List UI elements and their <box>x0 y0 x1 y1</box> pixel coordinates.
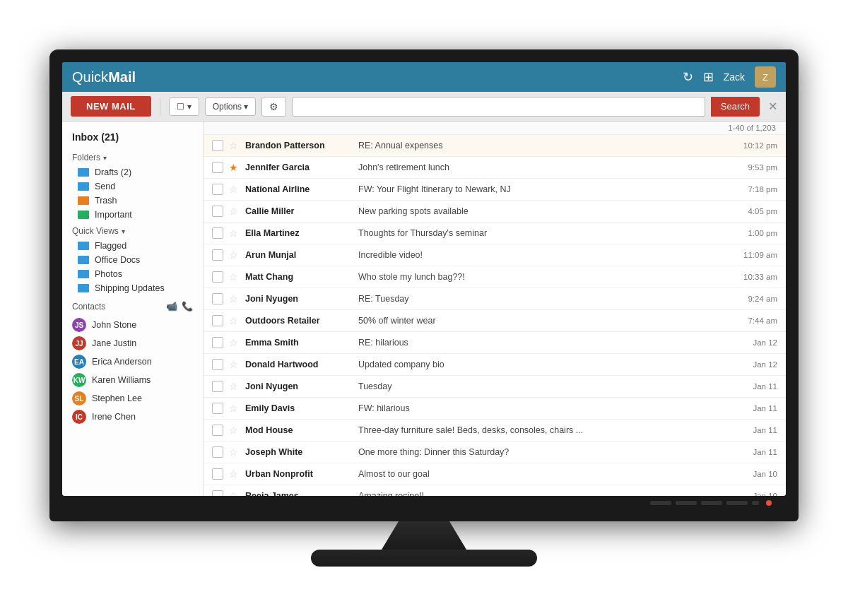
star-icon[interactable]: ☆ <box>229 271 238 283</box>
email-checkbox[interactable] <box>212 337 223 348</box>
sidebar-item-office-docs[interactable]: Office Docs <box>62 253 203 267</box>
table-row[interactable]: ☆ Callie Miller New parking spots availa… <box>204 201 786 223</box>
star-icon[interactable]: ☆ <box>229 490 238 496</box>
phone-icon[interactable]: 📞 <box>182 301 193 312</box>
star-icon[interactable]: ☆ <box>229 249 238 261</box>
table-row[interactable]: ☆ Joni Nyugen Tuesday Jan 11 <box>204 376 786 398</box>
email-subject: RE: Annual expenses <box>358 141 735 150</box>
table-row[interactable]: ☆ Emily Davis FW: hilarious Jan 11 <box>204 398 786 420</box>
contact-name: Irene Chen <box>92 412 136 422</box>
contact-jane-justin[interactable]: JJ Jane Justin <box>72 334 193 353</box>
contacts-label: Contacts <box>72 302 105 312</box>
email-checkbox[interactable] <box>212 162 223 173</box>
avatar: JS <box>72 318 86 332</box>
sidebar-item-shipping-updates[interactable]: Shipping Updates <box>62 281 203 295</box>
header-right: ↻ ⊞ Zack Z <box>683 66 776 88</box>
table-row[interactable]: ☆ Reeja James Amazing recipe!! Jan 10 <box>204 485 786 496</box>
table-row[interactable]: ☆ Donald Hartwood Updated company bio Ja… <box>204 354 786 376</box>
select-button[interactable]: ☐ ▾ <box>169 97 199 116</box>
email-checkbox[interactable] <box>212 359 223 370</box>
email-checkbox[interactable] <box>212 271 223 283</box>
star-icon[interactable]: ☆ <box>229 468 238 480</box>
email-sender: Emily Davis <box>245 403 358 413</box>
email-checkbox[interactable] <box>212 206 223 217</box>
quick-views-section-title[interactable]: Quick Views ▾ <box>62 222 203 239</box>
email-checkbox[interactable] <box>212 140 223 151</box>
star-icon[interactable]: ☆ <box>229 359 238 370</box>
contact-karen-williams[interactable]: KW Karen Williams <box>72 371 193 389</box>
sidebar-item-drafts[interactable]: Drafts (2) <box>62 165 203 179</box>
email-checkbox[interactable] <box>212 403 223 414</box>
email-sender: Matt Chang <box>245 272 358 282</box>
star-icon[interactable]: ☆ <box>229 315 238 326</box>
table-row[interactable]: ☆ Joni Nyugen RE: Tuesday 9:24 am <box>204 288 786 310</box>
table-row[interactable]: ☆ Joseph White One more thing: Dinner th… <box>204 442 786 463</box>
star-icon[interactable]: ☆ <box>229 206 238 217</box>
email-checkbox[interactable] <box>212 468 223 480</box>
table-row[interactable]: ☆ Brandon Patterson RE: Annual expenses … <box>204 135 786 157</box>
sidebar-item-trash[interactable]: Trash <box>62 194 203 208</box>
sidebar-item-flagged[interactable]: Flagged <box>62 239 203 253</box>
sidebar-item-send[interactable]: Send <box>62 179 203 194</box>
new-mail-button[interactable]: NEW MAIL <box>71 96 151 117</box>
email-checkbox[interactable] <box>212 490 223 496</box>
folder-icon <box>78 242 89 250</box>
contact-irene-chen[interactable]: IC Irene Chen <box>72 408 193 426</box>
contact-name: John Stone <box>92 320 136 330</box>
monitor-wrapper: QuickMail ↻ ⊞ Zack Z NEW MAIL ☐ ▾ Option… <box>35 49 813 567</box>
video-icon[interactable]: 📹 <box>166 301 177 312</box>
monitor-btn-small <box>752 501 759 505</box>
search-button[interactable]: Search <box>711 97 760 117</box>
search-input[interactable] <box>292 97 705 117</box>
star-icon[interactable]: ☆ <box>229 446 238 458</box>
refresh-icon[interactable]: ↻ <box>683 69 693 85</box>
star-icon[interactable]: ☆ <box>229 403 238 414</box>
inbox-label[interactable]: Inbox (21) <box>62 129 203 148</box>
contact-name: Jane Justin <box>92 338 136 348</box>
star-icon[interactable]: ☆ <box>229 425 238 436</box>
table-row[interactable]: ☆ Ella Martinez Thoughts for Thursday's … <box>204 223 786 244</box>
email-checkbox[interactable] <box>212 446 223 458</box>
star-icon[interactable]: ★ <box>229 162 238 173</box>
email-sender: Urban Nonprofit <box>245 469 358 479</box>
monitor-btn-1 <box>650 501 671 505</box>
folders-section-title[interactable]: Folders ▾ <box>62 148 203 165</box>
star-icon[interactable]: ☆ <box>229 337 238 348</box>
table-row[interactable]: ☆ Arun Munjal Incredible video! 11:09 am <box>204 244 786 266</box>
table-row[interactable]: ☆ National Airline FW: Your Flight Itine… <box>204 179 786 201</box>
table-row[interactable]: ★ Jennifer Garcia John's retirement lunc… <box>204 157 786 179</box>
star-icon[interactable]: ☆ <box>229 184 238 195</box>
email-checkbox[interactable] <box>212 184 223 195</box>
star-icon[interactable]: ☆ <box>229 293 238 304</box>
contact-john-stone[interactable]: JS John Stone <box>72 316 193 334</box>
close-icon[interactable]: ✕ <box>768 100 777 113</box>
table-row[interactable]: ☆ Matt Chang Who stole my lunch bag??! 1… <box>204 266 786 288</box>
monitor-stand-base <box>311 550 537 567</box>
contact-stephen-lee[interactable]: SL Stephen Lee <box>72 389 193 408</box>
email-checkbox[interactable] <box>212 315 223 326</box>
table-row[interactable]: ☆ Emma Smith RE: hilarious Jan 12 <box>204 332 786 354</box>
table-row[interactable]: ☆ Urban Nonprofit Almost to our goal Jan… <box>204 463 786 485</box>
folder-icon <box>78 168 89 177</box>
email-sender: Outdoors Retailer <box>245 316 358 326</box>
contact-erica-anderson[interactable]: EA Erica Anderson <box>72 353 193 371</box>
grid-icon[interactable]: ⊞ <box>703 69 714 85</box>
sidebar-item-important[interactable]: Important <box>62 208 203 222</box>
table-row[interactable]: ☆ Outdoors Retailer 50% off winter wear … <box>204 310 786 332</box>
options-button[interactable]: Options ▾ <box>205 97 257 116</box>
email-checkbox[interactable] <box>212 293 223 304</box>
app-header: QuickMail ↻ ⊞ Zack Z <box>62 62 786 92</box>
email-sender: Jennifer Garcia <box>245 162 358 172</box>
email-checkbox[interactable] <box>212 381 223 392</box>
settings-button[interactable]: ⚙ <box>261 97 286 117</box>
email-checkbox[interactable] <box>212 425 223 436</box>
folder-icon <box>78 256 89 264</box>
sidebar-item-photos[interactable]: Photos <box>62 267 203 281</box>
email-checkbox[interactable] <box>212 249 223 261</box>
star-icon[interactable]: ☆ <box>229 381 238 392</box>
star-icon[interactable]: ☆ <box>229 227 238 239</box>
star-icon[interactable]: ☆ <box>229 140 238 151</box>
table-row[interactable]: ☆ Mod House Three-day furniture sale! Be… <box>204 420 786 442</box>
folder-icon <box>78 182 89 191</box>
email-checkbox[interactable] <box>212 227 223 239</box>
